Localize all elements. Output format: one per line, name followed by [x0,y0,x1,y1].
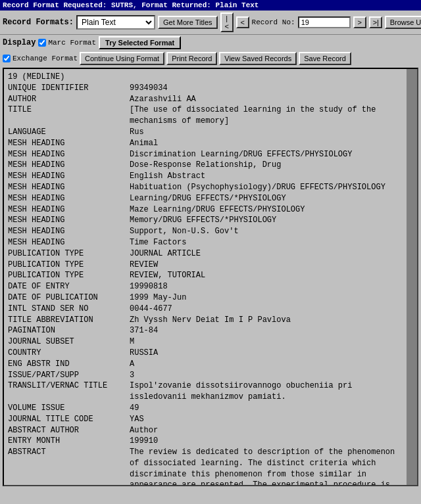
field-name: ENG ABSTR IND [8,359,130,370]
field-value: Maze Learning/DRUG EFFECTS/PHYSIOLOGY [130,204,403,216]
save-record-button[interactable]: Save Record [299,52,351,65]
table-row: DATE OF ENTRY19990818 [8,281,403,292]
field-name: ISSUE/PART/SUPP [8,370,130,381]
table-row: MESH HEADINGMemory/DRUG EFFECTS/*PHYSIOL… [8,215,403,226]
marc-format-checkbox-item: Marc Format [38,39,96,47]
field-name: DATE OF ENTRY [8,281,130,292]
table-row: UNIQUE IDENTIFIER99349034 [8,83,403,94]
field-name: MESH HEADING [8,237,130,248]
get-more-titles-button[interactable]: Get More Titles [158,16,218,29]
exchange-format-label: Exchange Format [12,55,78,62]
field-name: PAGINATION [8,325,130,336]
exchange-format-checkbox[interactable] [3,55,11,62]
field-name: TITLE ABBREVIATION [8,315,130,326]
field-value: Support, Non-U.S. Gov't [130,226,403,237]
content-area: 19 (MEDLINE) UNIQUE IDENTIFIER99349034AU… [3,68,418,486]
print-record-button[interactable]: Print Record [166,52,217,65]
format-select[interactable]: Plain Text Marc Format SUTRS [76,15,155,30]
table-row: MESH HEADINGLearning/DRUG EFFECTS/*PHYSI… [8,193,403,204]
table-row: MESH HEADINGSupport, Non-U.S. Gov't [8,226,403,237]
table-row: MESH HEADINGMaze Learning/DRUG EFFECTS/P… [8,204,403,216]
field-value: 199910 [130,436,403,447]
table-row: ENTRY MONTH199910 [8,436,403,447]
field-value: 99349034 [130,83,403,94]
table-row: MESH HEADINGTime Factors [8,237,403,248]
record-header: 19 (MEDLINE) [8,72,403,83]
table-row: TRANSLIT/VERNAC TITLEIspol'zovanie disso… [8,380,403,403]
table-row: PUBLICATION TYPEREVIEW, TUTORIAL [8,270,403,281]
field-name: MESH HEADING [8,226,130,237]
exchange-format-checkbox-item: Exchange Format [3,55,78,62]
field-name: MESH HEADING [8,193,130,204]
table-row: ENG ABSTR INDA [8,359,403,370]
table-row: COUNTRYRUSSIA [8,348,403,359]
action-row: Exchange Format Continue Using Format Pr… [0,51,421,66]
title-bar: Record Format Requested: SUTRS, Format R… [0,0,421,11]
field-value: YAS [130,414,403,425]
view-saved-records-button[interactable]: View Saved Records [219,52,297,65]
field-name: PUBLICATION TYPE [8,248,130,260]
field-value: Animal [130,138,403,149]
field-name: LANGUAGE [8,127,130,138]
field-value: Zh Vyssh Nerv Deiat Im I P Pavlova [130,315,403,326]
field-value: 0044-4677 [130,304,403,315]
field-value: REVIEW [130,260,403,271]
record-content[interactable]: 19 (MEDLINE) UNIQUE IDENTIFIER99349034AU… [4,69,407,485]
display-section: Display Marc Format Try Selected Format [0,35,421,51]
nav-first-button[interactable]: |< [220,12,234,32]
field-value: Ispol'zovanie dissotsiirovannogo obuchen… [130,380,403,403]
field-name: UNIQUE IDENTIFIER [8,83,130,94]
table-row: JOURNAL TITLE CODEYAS [8,414,403,425]
field-value: Memory/DRUG EFFECTS/*PHYSIOLOGY [130,215,403,226]
field-name: ENTRY MONTH [8,436,130,447]
table-row: DATE OF PUBLICATION1999 May-Jun [8,292,403,304]
field-value: [The use of dissociated learning in the … [130,104,403,127]
field-value: JOURNAL ARTICLE [130,248,403,260]
field-value: 49 [130,403,403,414]
title-bar-text: Record Format Requested: SUTRS, Format R… [3,1,259,9]
table-row: PAGINATION371-84 [8,325,403,336]
field-value: Rus [130,127,403,138]
record-no-input[interactable] [298,16,351,28]
field-name: ABSTRACT AUTHOR [8,425,130,436]
table-row: MESH HEADINGAnimal [8,138,403,149]
field-value: Author [130,425,403,436]
table-row: MESH HEADINGDose-Response Relationship, … [8,160,403,171]
record-formats-label: Record Formats: [3,18,74,27]
marc-format-checkbox[interactable] [38,39,46,47]
field-name: MESH HEADING [8,160,130,171]
field-value: English Abstract [130,171,403,182]
nav-next-button[interactable]: > [353,16,366,28]
field-name: DATE OF PUBLICATION [8,292,130,304]
field-value: A [130,359,403,370]
table-row: ISSUE/PART/SUPP3 [8,370,403,381]
field-name: MESH HEADING [8,149,130,160]
table-row: TITLE ABBREVIATIONZh Vyssh Nerv Deiat Im… [8,315,403,326]
table-row: VOLUME ISSUE49 [8,403,403,414]
table-row: MESH HEADINGDiscrimination Learning/DRUG… [8,149,403,160]
field-value: Learning/DRUG EFFECTS/*PHYSIOLOGY [130,193,403,204]
continue-using-format-button[interactable]: Continue Using Format [80,52,164,65]
field-value: REVIEW, TUTORIAL [130,270,403,281]
table-row: PUBLICATION TYPEREVIEW [8,260,403,271]
field-name: ABSTRACT [8,447,130,485]
field-name: VOLUME ISSUE [8,403,130,414]
field-name: AUTHOR [8,94,130,105]
field-name: TITLE [8,104,130,127]
field-value: The review is dedicated to description o… [130,447,403,485]
field-name: MESH HEADING [8,138,130,149]
field-value: Azarashvili AA [130,94,403,105]
field-value: Discrimination Learning/DRUG EFFECTS/PHY… [130,149,403,160]
table-row: MESH HEADINGHabituation (Psychophysiolog… [8,182,403,193]
field-name: MESH HEADING [8,204,130,216]
field-name: MESH HEADING [8,215,130,226]
try-selected-format-button[interactable]: Try Selected Format [99,36,181,49]
field-name: JOURNAL TITLE CODE [8,414,130,425]
nav-last-button[interactable]: >| [369,16,382,28]
nav-prev-button[interactable]: < [236,16,249,28]
table-row: INTL STAND SER NO0044-4677 [8,304,403,315]
browse-url-button[interactable]: Browse URL [385,16,421,29]
field-name: COUNTRY [8,348,130,359]
field-value: 1999 May-Jun [130,292,403,304]
field-name: JOURNAL SUBSET [8,336,130,348]
